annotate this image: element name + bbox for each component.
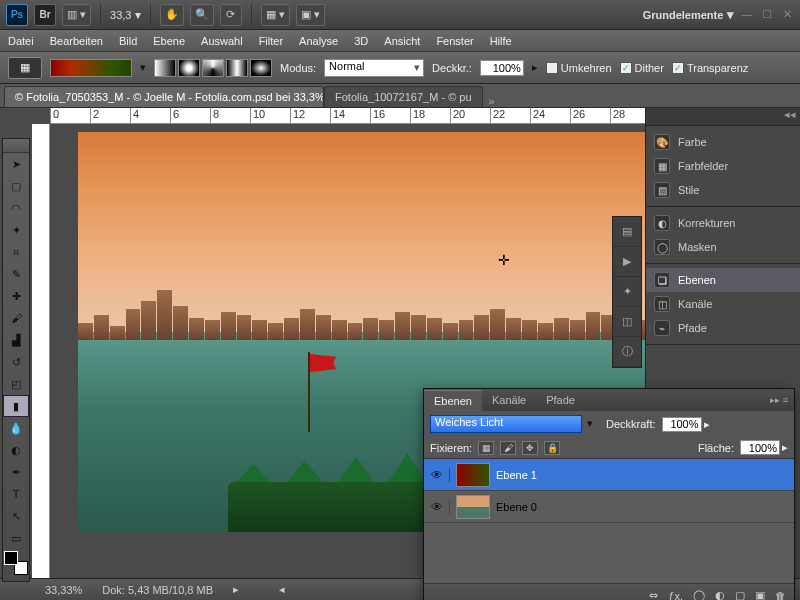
crop-tool-icon[interactable]: ⌗ — [3, 241, 29, 263]
lock-all-icon[interactable]: 🔒 — [544, 441, 560, 455]
menu-datei[interactable]: Datei — [8, 35, 34, 47]
layer-item[interactable]: 👁Ebene 0 — [424, 491, 794, 523]
panel-menu-icon[interactable]: ▸▸ ≡ — [770, 395, 794, 405]
paths-tab[interactable]: Pfade — [536, 390, 585, 410]
gradient-tool-preset[interactable]: ▦ — [8, 57, 42, 79]
channels-tab[interactable]: Kanäle — [482, 390, 536, 410]
layer-thumbnail[interactable] — [456, 463, 490, 487]
fg-bg-swatches[interactable] — [4, 551, 28, 575]
bridge-icon[interactable]: Br — [34, 4, 56, 26]
dock-item-kanäle[interactable]: ◫Kanäle — [646, 292, 800, 316]
layer-visibility-icon[interactable]: 👁 — [424, 468, 450, 482]
layer-name-label[interactable]: Ebene 1 — [496, 469, 794, 481]
gradient-angle-icon[interactable] — [202, 59, 224, 77]
path-select-tool-icon[interactable]: ↖ — [3, 505, 29, 527]
history-brush-tool-icon[interactable]: ↺ — [3, 351, 29, 373]
tab-overflow-icon[interactable]: » — [483, 95, 501, 107]
status-zoom[interactable]: 33,33% — [45, 584, 82, 596]
dock-header[interactable]: ◂◂ — [646, 108, 800, 126]
status-doc-size[interactable]: Dok: 5,43 MB/10,8 MB — [102, 584, 213, 596]
lock-pixels-icon[interactable]: 🖌 — [500, 441, 516, 455]
dock-item-korrekturen[interactable]: ◐Korrekturen — [646, 211, 800, 235]
rotate-view-icon[interactable]: ⟳ — [220, 4, 242, 26]
blur-tool-icon[interactable]: 💧 — [3, 417, 29, 439]
menu-auswahl[interactable]: Auswahl — [201, 35, 243, 47]
toolbox-grip[interactable] — [3, 139, 29, 153]
link-layers-icon[interactable]: ⇔ — [649, 589, 658, 600]
menu-ebene[interactable]: Ebene — [153, 35, 185, 47]
dock-item-stile[interactable]: ▧Stile — [646, 178, 800, 202]
arrange-docs-icon[interactable]: ▦ ▾ — [261, 4, 290, 26]
gradient-tool-icon[interactable]: ▮ — [3, 395, 29, 417]
layout-dropdown[interactable]: ▥ ▾ — [62, 4, 91, 26]
history-panel-icon[interactable]: ▤ — [613, 217, 641, 247]
histogram-panel-icon[interactable]: ◫ — [613, 307, 641, 337]
maximize-icon[interactable]: ☐ — [760, 8, 774, 22]
menu-hilfe[interactable]: Hilfe — [490, 35, 512, 47]
layer-group-icon[interactable]: ▢ — [735, 589, 745, 600]
layer-fill-input[interactable] — [740, 440, 780, 455]
workspace-switcher[interactable]: Grundelemente ▾ — [643, 7, 734, 22]
opacity-input[interactable] — [480, 60, 524, 76]
dock-item-ebenen[interactable]: ❏Ebenen — [646, 268, 800, 292]
eraser-tool-icon[interactable]: ◰ — [3, 373, 29, 395]
ruler-vertical[interactable] — [32, 124, 50, 578]
layer-opacity-input[interactable] — [662, 417, 702, 432]
new-layer-icon[interactable]: ▣ — [755, 589, 765, 600]
marquee-tool-icon[interactable]: ▢ — [3, 175, 29, 197]
minimize-icon[interactable]: — — [740, 8, 754, 22]
layer-fx-icon[interactable]: ƒx. — [668, 590, 683, 601]
actions-panel-icon[interactable]: ▶ — [613, 247, 641, 277]
navigator-panel-icon[interactable]: ✦ — [613, 277, 641, 307]
layer-blend-mode-select[interactable]: Weiches Licht — [430, 415, 582, 433]
gradient-preview[interactable] — [50, 59, 132, 77]
doc-tab-2[interactable]: Fotolia_10072167_M - © pu — [324, 86, 483, 107]
menu-analyse[interactable]: Analyse — [299, 35, 338, 47]
zoom-level-label[interactable]: 33,3 ▾ — [110, 8, 141, 22]
transparenz-checkbox[interactable]: ✓Transparenz — [672, 62, 748, 74]
layer-item[interactable]: 👁Ebene 1 — [424, 459, 794, 491]
gradient-reflected-icon[interactable] — [226, 59, 248, 77]
layer-visibility-icon[interactable]: 👁 — [424, 500, 450, 514]
dither-checkbox[interactable]: ✓Dither — [620, 62, 664, 74]
menu-bearbeiten[interactable]: Bearbeiten — [50, 35, 103, 47]
umkehren-checkbox[interactable]: Umkehren — [546, 62, 612, 74]
layer-thumbnail[interactable] — [456, 495, 490, 519]
menu-filter[interactable]: Filter — [259, 35, 283, 47]
layer-mask-icon[interactable]: ◯ — [693, 589, 705, 600]
ps-icon[interactable]: Ps — [6, 4, 28, 26]
brush-tool-icon[interactable]: 🖌 — [3, 307, 29, 329]
hand-tool-icon[interactable]: ✋ — [160, 4, 184, 26]
shape-tool-icon[interactable]: ▭ — [3, 527, 29, 549]
info-panel-icon[interactable]: ⓘ — [613, 337, 641, 367]
wand-tool-icon[interactable]: ✦ — [3, 219, 29, 241]
doc-tab-active[interactable]: © Fotolia_7050353_M - © Joelle M - Fotol… — [4, 86, 324, 107]
dock-item-farbfelder[interactable]: ▦Farbfelder — [646, 154, 800, 178]
dock-item-pfade[interactable]: ⌁Pfade — [646, 316, 800, 340]
pen-tool-icon[interactable]: ✒ — [3, 461, 29, 483]
menu-ansicht[interactable]: Ansicht — [384, 35, 420, 47]
dodge-tool-icon[interactable]: ◐ — [3, 439, 29, 461]
close-icon[interactable]: ✕ — [780, 8, 794, 22]
delete-layer-icon[interactable]: 🗑 — [775, 590, 786, 601]
eyedropper-tool-icon[interactable]: ✎ — [3, 263, 29, 285]
layer-name-label[interactable]: Ebene 0 — [496, 501, 794, 513]
menu-fenster[interactable]: Fenster — [436, 35, 473, 47]
move-tool-icon[interactable]: ➤ — [3, 153, 29, 175]
dock-item-masken[interactable]: ◯Masken — [646, 235, 800, 259]
menu-bild[interactable]: Bild — [119, 35, 137, 47]
gradient-diamond-icon[interactable] — [250, 59, 272, 77]
dock-item-farbe[interactable]: 🎨Farbe — [646, 130, 800, 154]
zoom-tool-icon[interactable]: 🔍 — [190, 4, 214, 26]
adjustment-layer-icon[interactable]: ◐ — [715, 589, 725, 600]
gradient-radial-icon[interactable] — [178, 59, 200, 77]
lock-position-icon[interactable]: ✥ — [522, 441, 538, 455]
blend-mode-select[interactable]: Normal — [324, 59, 424, 77]
menu-3d[interactable]: 3D — [354, 35, 368, 47]
type-tool-icon[interactable]: T — [3, 483, 29, 505]
lasso-tool-icon[interactable]: ◠ — [3, 197, 29, 219]
ruler-horizontal[interactable]: 024681012141618202224262830323436384042 — [50, 108, 645, 124]
layers-tab[interactable]: Ebenen — [424, 390, 482, 411]
lock-transparency-icon[interactable]: ▦ — [478, 441, 494, 455]
stamp-tool-icon[interactable]: ▟ — [3, 329, 29, 351]
